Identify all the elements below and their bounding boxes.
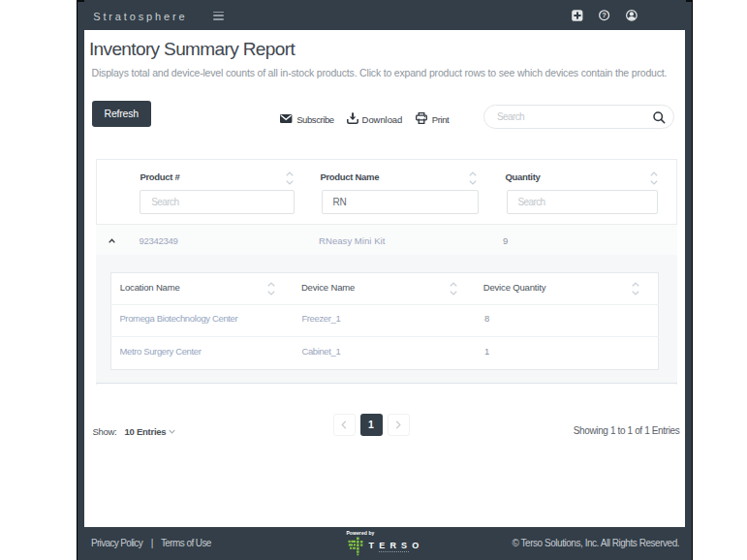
svg-text:?: ? [602,11,607,19]
